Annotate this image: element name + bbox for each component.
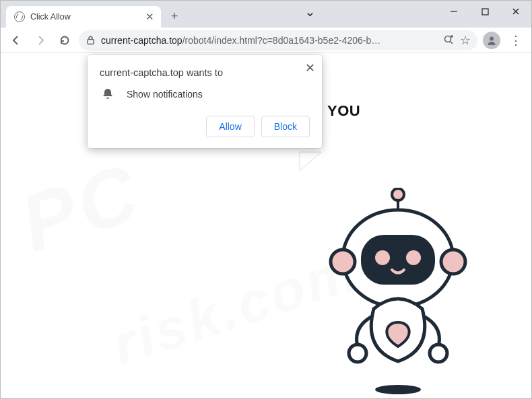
speech-bubble-tail [298,151,325,178]
prompt-origin-text: current-captcha.top wants to [100,67,310,78]
svg-point-11 [392,188,404,201]
lock-icon [86,35,96,45]
watermark-text: PC [9,145,153,270]
svg-point-19 [430,344,447,362]
globe-icon [14,11,25,22]
svg-line-6 [451,42,453,44]
avatar-icon [483,32,500,49]
svg-point-5 [445,36,451,42]
forward-button[interactable] [30,30,51,50]
prompt-capability-row: Show notifications [101,87,310,101]
reload-icon [59,34,71,46]
tab-close-icon[interactable]: ✕ [145,11,154,23]
reload-button[interactable] [55,30,75,50]
svg-point-16 [375,250,390,265]
arrow-left-icon [10,34,22,46]
browser-tab[interactable]: Click Allow ✕ [6,6,161,28]
back-button[interactable] [6,30,26,50]
arrow-right-icon [34,34,46,46]
minimize-icon [450,7,458,15]
close-icon [512,7,520,15]
bookmark-star-icon[interactable]: ☆ [460,33,471,48]
window-controls [438,1,531,22]
svg-rect-4 [88,40,94,44]
address-bar[interactable]: current-captcha.top/robot4/index.html?c=… [79,30,477,50]
titlebar: Click Allow ✕ + ⌄ [1,1,531,28]
svg-point-20 [375,385,421,394]
prompt-buttons: Allow Block [100,116,310,137]
page-content: PC risk.com YOU ✕ current-captcha.top wa… [1,53,531,398]
allow-button[interactable]: Allow [206,116,254,137]
minimize-button[interactable] [438,1,469,22]
svg-point-18 [349,344,366,362]
maximize-button[interactable] [469,1,500,22]
svg-point-17 [406,250,421,265]
tab-list-chevron-icon[interactable]: ⌄ [298,1,321,22]
browser-menu-button[interactable]: ⋮ [506,30,526,50]
block-button[interactable]: Block [261,116,310,137]
new-tab-button[interactable]: + [165,7,184,26]
svg-point-13 [331,250,355,274]
prompt-capability-label: Show notifications [127,89,203,100]
browser-window: Click Allow ✕ + ⌄ current-captcha.top/ro… [0,0,532,399]
page-headline: YOU [327,102,360,120]
profile-avatar[interactable] [481,30,502,50]
svg-rect-1 [482,9,488,15]
toolbar: current-captcha.top/robot4/index.html?c=… [1,28,531,53]
robot-illustration [304,188,492,399]
svg-rect-15 [361,235,435,285]
prompt-close-button[interactable]: ✕ [305,61,315,75]
url-host: current-captcha.top [101,35,182,46]
url-text: current-captcha.top/robot4/index.html?c=… [101,35,438,46]
svg-point-14 [441,250,465,274]
maximize-icon [481,8,489,15]
tab-title: Click Allow [30,12,140,22]
notification-permission-prompt: ✕ current-captcha.top wants to Show noti… [88,55,322,148]
url-path: /robot4/index.html?c=8d0a1643-b5e2-4206-… [182,35,381,46]
window-close-button[interactable] [500,1,531,22]
bell-icon [101,87,114,101]
svg-point-9 [490,36,494,40]
share-search-icon[interactable] [443,34,455,46]
